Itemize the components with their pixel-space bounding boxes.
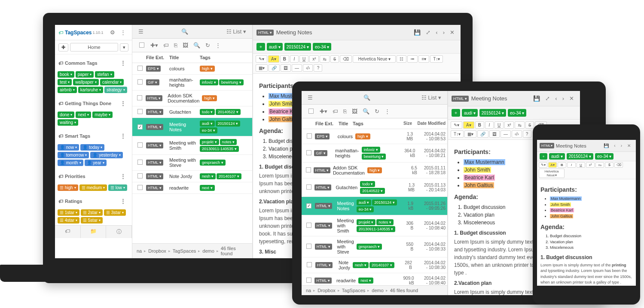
insert-image-button[interactable]: 🖼 (281, 64, 291, 72)
tag-now[interactable]: 👤 now▾ (58, 144, 79, 151)
tag-test[interactable]: test▾ (58, 79, 72, 85)
text-size-button[interactable]: T↕▾ (430, 55, 443, 63)
section-menu-icon[interactable]: ⋮ (118, 171, 128, 181)
file-row[interactable]: HTML ▾Gutachtentodo ▾20140522 ▾1.3MB2015… (302, 178, 447, 197)
tag-year[interactable]: 👤 year▾ (85, 160, 107, 166)
tag-strategy[interactable]: strategy▾ (104, 87, 127, 93)
row-checkbox[interactable] (137, 109, 143, 114)
file-tag[interactable]: 20140107 ▾ (217, 173, 241, 179)
font-select[interactable]: Helvetica Neue ▾ (353, 55, 396, 63)
file-tag[interactable]: audi ▾ (357, 199, 372, 205)
align-button[interactable]: ≡▾ (418, 55, 429, 63)
view-list-icon[interactable]: ☷ List ▾ (419, 93, 444, 103)
file-tag[interactable]: todo ▾ (360, 181, 375, 187)
tag-2star[interactable]: ☰ 2star▾ (81, 209, 103, 216)
copy-icon[interactable]: ⎘ (341, 106, 349, 116)
file-row[interactable]: EPS ▾colourshigh ▾1.3MB2014.04.02- 10:08… (302, 129, 447, 144)
row-checkbox[interactable] (306, 167, 311, 172)
tag-maybe[interactable]: maybe▾ (92, 112, 113, 118)
tag-1star[interactable]: ☰ 1star▾ (58, 209, 79, 216)
tag-karlsruhe[interactable]: karlsruhe▾ (78, 87, 103, 93)
close-icon[interactable]: ✕ (447, 27, 457, 37)
doc-tag[interactable]: 20150124 ▾ (284, 43, 311, 51)
doc-tag[interactable]: eo-34 ▾ (313, 43, 331, 51)
ext-badge[interactable]: HTML ▾ (146, 160, 163, 166)
save-icon[interactable]: 💾 (411, 27, 423, 37)
add-file-icon[interactable]: ✚▾ (317, 106, 330, 116)
row-checkbox[interactable] (306, 150, 311, 155)
file-tag[interactable]: nesh ▾ (200, 173, 216, 179)
search-icon[interactable]: 🔍 (361, 93, 373, 103)
tag-next[interactable]: next▾ (76, 112, 91, 118)
breadcrumb-item[interactable]: TagSpaces (173, 248, 196, 254)
tag-5star[interactable]: ☰ 5star▾ (81, 217, 103, 223)
tab-tags-icon[interactable]: 🏷 (55, 226, 81, 238)
row-checkbox[interactable] (137, 173, 143, 178)
tag-wallpaper[interactable]: wallpaper▾ (73, 79, 99, 85)
row-checkbox[interactable] (137, 79, 143, 85)
row-checkbox[interactable] (307, 262, 312, 267)
tag-medium[interactable]: ☰ medium▾ (79, 184, 107, 191)
file-tag[interactable]: projekt ▾ (200, 139, 219, 145)
hr-button[interactable]: — (292, 64, 302, 72)
prev-icon[interactable]: ‹ (552, 94, 559, 103)
menu-vert-icon[interactable]: ⋮ (118, 27, 128, 37)
tag-waiting[interactable]: waiting▾ (58, 119, 78, 126)
save-icon[interactable]: 💾 (601, 142, 611, 150)
section-menu-icon[interactable]: ⋮ (118, 131, 128, 141)
file-tag[interactable]: 20140107 ▾ (369, 262, 394, 268)
doc-tag[interactable]: 20150124 ▾ (567, 153, 593, 160)
expand-icon[interactable]: ⤢ (543, 94, 552, 103)
row-checkbox[interactable] (137, 124, 143, 130)
breadcrumb-item[interactable]: demo (372, 288, 384, 293)
subscript-button[interactable]: x₂ (320, 55, 330, 63)
add-file-icon[interactable]: ✚▾ (148, 40, 161, 50)
ext-badge[interactable]: HTML ▾ (314, 278, 332, 284)
file-tag[interactable]: bewirtung ▾ (219, 79, 244, 85)
doc-tag[interactable]: audi ▾ (462, 109, 478, 117)
tab-info-icon[interactable]: ⓘ (106, 226, 132, 238)
tag-low[interactable]: ☰ low▾ (108, 184, 127, 191)
file-tag[interactable]: gespraech ▾ (357, 244, 382, 250)
doc-tag[interactable]: audi ▾ (267, 43, 283, 51)
tag-yesterday[interactable]: 👤 yesterday▾ (90, 152, 122, 158)
tag-stefan[interactable]: stefan▾ (95, 71, 114, 78)
breadcrumb-item[interactable]: demo (202, 248, 214, 254)
ext-badge[interactable]: HTML ▾ (314, 167, 331, 173)
next-icon[interactable]: › (618, 142, 625, 150)
section-menu-icon[interactable]: ⋮ (118, 98, 128, 108)
next-icon[interactable]: › (560, 94, 567, 103)
ext-badge[interactable]: HTML ▾ (314, 184, 332, 190)
ext-badge[interactable]: HTML ▾ (315, 203, 332, 209)
doc-tag[interactable]: 20150124 ▾ (479, 109, 506, 117)
row-checkbox[interactable] (307, 133, 312, 139)
ext-badge[interactable]: HTML ▾ (146, 95, 163, 101)
tab-folder-icon[interactable]: 📁 (81, 226, 107, 238)
file-row[interactable]: HTML ▾Meeting with Stevegespraech ▾ (132, 155, 252, 171)
col-header-ext[interactable]: File Ext. (146, 55, 169, 60)
image-icon[interactable]: 🖼 (180, 40, 191, 50)
file-tag[interactable]: projekt ▾ (357, 219, 376, 225)
breadcrumb-item[interactable]: Dropbox (148, 248, 166, 254)
settings-icon[interactable]: ⚙ (107, 27, 118, 37)
row-checkbox[interactable] (137, 160, 143, 165)
help-button[interactable]: ? (314, 64, 322, 72)
file-tag[interactable]: 20150124 ▾ (372, 199, 397, 205)
file-tag[interactable]: high ▾ (200, 66, 215, 72)
ext-badge[interactable]: EPS ▾ (315, 133, 330, 139)
image-icon[interactable]: 🖼 (349, 106, 360, 116)
ext-badge[interactable]: GIF ▾ (146, 79, 159, 85)
tag-airbnb[interactable]: airbnb▾ (58, 87, 77, 93)
save-icon[interactable]: 💾 (531, 94, 543, 103)
tag-icon[interactable]: 🏷 (330, 106, 341, 116)
row-checkbox[interactable] (137, 142, 143, 148)
file-tag[interactable]: infoviz ▾ (362, 147, 380, 153)
zoom-icon[interactable]: 🔍 (191, 40, 203, 50)
ext-badge[interactable]: HTML ▾ (315, 223, 332, 229)
more-vert-icon[interactable]: ⋮ (213, 40, 223, 50)
ext-badge[interactable]: HTML ▾ (146, 124, 163, 130)
strike-button[interactable]: S̶ (330, 55, 339, 63)
doc-type-badge[interactable]: HTML ▾ (452, 96, 469, 102)
file-tag[interactable]: high ▾ (367, 167, 382, 173)
ext-badge[interactable]: HTML ▾ (315, 262, 333, 268)
